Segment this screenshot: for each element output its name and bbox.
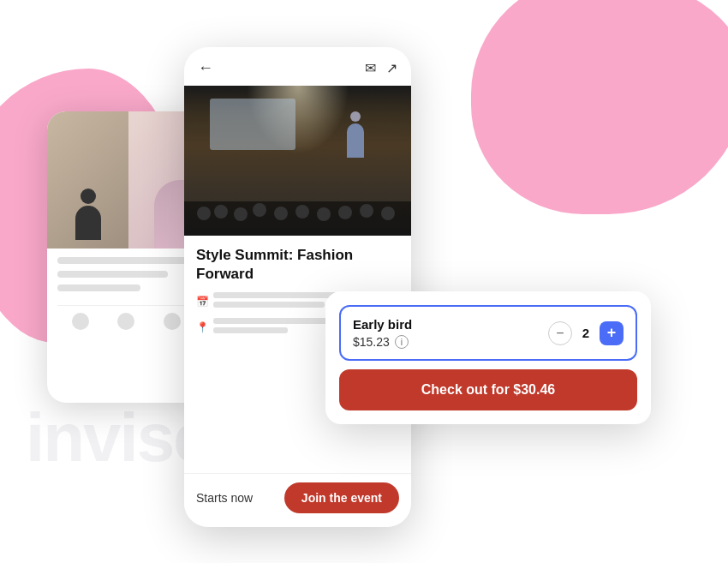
person-silhouette — [75, 189, 101, 240]
presentation-screen — [210, 99, 295, 150]
person-icon[interactable] — [72, 313, 89, 330]
ticket-name: Early bird — [353, 317, 548, 332]
ticket-info: Early bird $15.23 i — [353, 317, 548, 349]
info-icon[interactable]: i — [395, 335, 409, 349]
increase-quantity-button[interactable]: + — [600, 321, 624, 345]
text-line-1 — [57, 257, 188, 264]
event-title: Style Summit: Fashion Forward — [196, 246, 399, 284]
small-action-icons — [57, 305, 195, 337]
phone-main: ← ✉ ↗ Style Summit: Fashion — [184, 47, 411, 527]
upload-icon[interactable] — [117, 313, 134, 330]
ticket-card: Early bird $15.23 i − 2 + Check out for … — [325, 291, 651, 424]
phone-small: ♡ — [47, 111, 206, 403]
text-line-3 — [57, 284, 140, 291]
add-person-icon[interactable] — [164, 313, 181, 330]
location-icon: 📍 — [196, 321, 208, 333]
phone-bottom-bar: Starts now Join the event — [184, 473, 411, 527]
blob-top-right — [471, 0, 728, 214]
small-phone-bottom-content — [47, 249, 206, 403]
checkout-button[interactable]: Check out for $30.46 — [339, 369, 637, 410]
calendar-icon: 📅 — [196, 296, 208, 308]
starts-now-label: Starts now — [196, 491, 253, 505]
join-event-button[interactable]: Join the event — [284, 482, 399, 513]
ticket-price-row: $15.23 i — [353, 335, 548, 349]
share-icon[interactable]: ↗ — [386, 60, 397, 76]
ticket-row-early-bird: Early bird $15.23 i − 2 + — [339, 305, 637, 361]
header-action-icons: ✉ ↗ — [365, 60, 397, 76]
ticket-price: $15.23 — [353, 335, 390, 349]
quantity-controls: − 2 + — [548, 321, 624, 345]
event-image — [184, 86, 411, 236]
meta-line-4 — [213, 327, 288, 333]
text-line-2 — [57, 271, 168, 278]
phone-header: ← ✉ ↗ — [184, 47, 411, 86]
back-button[interactable]: ← — [198, 59, 213, 77]
small-event-image-left — [47, 111, 128, 249]
meta-line-2 — [213, 302, 325, 308]
mail-icon[interactable]: ✉ — [365, 60, 376, 76]
audience-row — [184, 201, 411, 236]
decrease-quantity-button[interactable]: − — [548, 321, 572, 345]
quantity-value: 2 — [579, 326, 593, 340]
